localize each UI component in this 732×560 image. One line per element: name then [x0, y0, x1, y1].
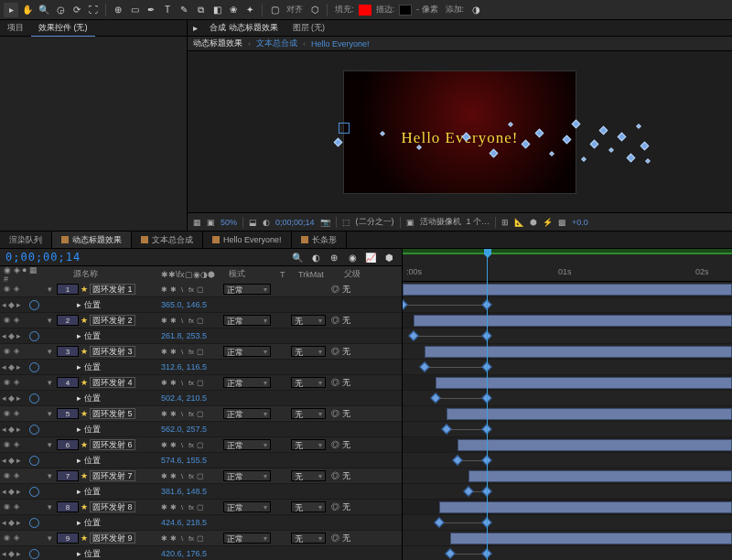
property-value[interactable]: 420.6, 176.5 — [161, 549, 207, 558]
collapse-icon[interactable]: ✱ — [168, 317, 178, 325]
frame-blend-icon[interactable]: ▢ — [196, 285, 205, 294]
panel-menu-icon[interactable]: ▸ — [188, 21, 202, 36]
prev-keyframe-icon[interactable]: ◂ — [2, 549, 6, 558]
video-toggle-icon[interactable]: ◉ — [2, 409, 11, 418]
audio-toggle-icon[interactable]: ◈ — [12, 378, 21, 387]
twirl-icon[interactable]: ▾ — [48, 378, 57, 387]
zoom-dropdown[interactable]: 50% — [221, 218, 237, 227]
audio-toggle-icon[interactable]: ◈ — [12, 285, 21, 294]
shy-icon[interactable]: ✱ — [159, 379, 168, 387]
prev-keyframe-icon[interactable]: ◂ — [2, 300, 6, 309]
video-toggle-icon[interactable]: ◉ — [2, 533, 11, 543]
track-matte-dropdown[interactable]: 无 — [291, 408, 326, 419]
stopwatch-icon[interactable] — [29, 456, 39, 466]
add-keyframe-icon[interactable]: ◆ — [8, 331, 15, 340]
keyframe-row[interactable] — [403, 360, 732, 375]
property-row[interactable]: ◂◆▸ ▸ 位置312.6, 116.5 — [0, 360, 402, 375]
tab-comp-bar[interactable]: 长条形 — [292, 232, 347, 248]
audio-toggle-icon[interactable]: ◈ — [12, 502, 21, 512]
track-matte-dropdown[interactable]: 无 — [291, 315, 326, 326]
layer-bar-row[interactable] — [403, 500, 732, 515]
composition-preview[interactable]: Hello Everyone! — [188, 51, 732, 212]
current-time-indicator[interactable] — [487, 249, 488, 282]
col-trkmat[interactable]: TrkMat — [298, 270, 344, 279]
layer-row[interactable]: ◉◈▾9★圆环发射 9✱✱\fx▢正常无◎ 无 — [0, 531, 402, 546]
video-toggle-icon[interactable]: ◉ — [2, 378, 11, 387]
frame-blend-icon[interactable]: ▢ — [196, 472, 205, 480]
layer-bar-row[interactable] — [403, 344, 732, 360]
layer-bar[interactable] — [450, 533, 732, 544]
camera-tool-icon[interactable]: ⛶ — [86, 3, 101, 17]
audio-toggle-icon[interactable]: ◈ — [12, 347, 21, 356]
ruler-icon[interactable]: 📐 — [514, 218, 524, 227]
add-keyframe-icon[interactable]: ◆ — [8, 425, 15, 434]
current-time-indicator-line[interactable] — [487, 282, 488, 560]
shy-icon[interactable]: ✱ — [159, 441, 168, 449]
quality-icon[interactable]: \ — [178, 317, 187, 325]
frame-blend-icon[interactable]: ▢ — [196, 317, 205, 325]
keyframe-row[interactable] — [403, 515, 732, 531]
puppet-tool-icon[interactable]: ✦ — [242, 3, 257, 17]
collapse-icon[interactable]: ✱ — [168, 534, 178, 543]
audio-toggle-icon[interactable]: ◈ — [12, 440, 21, 449]
layer-bar-row[interactable] — [403, 313, 732, 328]
blend-mode-dropdown[interactable]: 正常 — [223, 284, 271, 295]
text-tool-icon[interactable]: T — [160, 3, 175, 17]
blend-mode-dropdown[interactable]: 正常 — [223, 408, 271, 419]
solo-toggle-icon[interactable] — [22, 378, 31, 387]
property-value[interactable]: 365.0, 146.5 — [161, 300, 207, 309]
fx-icon[interactable]: ⊕ — [327, 250, 341, 264]
fill-color-swatch[interactable] — [359, 5, 371, 16]
add-keyframe-icon[interactable]: ◆ — [8, 518, 15, 527]
quality-icon[interactable]: \ — [178, 285, 187, 294]
lock-toggle-icon[interactable] — [32, 347, 41, 356]
keyframe-icon[interactable] — [452, 455, 462, 465]
layer-name[interactable]: ★圆环发射 2 — [79, 315, 159, 327]
grid-toggle-icon[interactable]: ▦ — [193, 218, 201, 227]
layer-row[interactable]: ◉◈▾1★圆环发射 1✱✱\fx▢正常◎ 无 — [0, 282, 402, 297]
keyframe-row[interactable] — [403, 297, 732, 313]
tab-composition[interactable]: 合成 动态标题效果 — [202, 20, 285, 36]
layer-bar-row[interactable] — [403, 282, 732, 297]
shape-tool-icon[interactable]: ▭ — [127, 3, 142, 17]
add-keyframe-icon[interactable]: ◆ — [8, 300, 15, 309]
property-value[interactable]: 312.6, 116.5 — [161, 362, 207, 372]
parent-dropdown[interactable]: ◎ 无 — [331, 470, 372, 482]
frame-blend-icon[interactable]: ▢ — [196, 410, 205, 418]
blend-mode-dropdown[interactable]: 正常 — [223, 470, 271, 481]
layer-row[interactable]: ◉◈▾7★圆环发射 7✱✱\fx▢正常无◎ 无 — [0, 468, 402, 484]
resolution-dropdown[interactable]: (二分之一) — [356, 216, 394, 228]
graph-icon[interactable]: 📈 — [363, 250, 378, 264]
quality-icon[interactable]: \ — [178, 472, 187, 480]
quality-icon[interactable]: \ — [178, 379, 187, 387]
layer-name[interactable]: ★圆环发射 3 — [79, 346, 159, 358]
solo-toggle-icon[interactable] — [22, 409, 31, 418]
clone-tool-icon[interactable]: ⧉ — [193, 3, 208, 17]
layer-row[interactable]: ◉◈▾5★圆环发射 5✱✱\fx▢正常无◎ 无 — [0, 406, 402, 422]
parent-dropdown[interactable]: ◎ 无 — [331, 501, 372, 513]
twirl-icon[interactable]: ▾ — [48, 316, 57, 325]
keyframe-icon[interactable] — [403, 299, 408, 309]
prev-keyframe-icon[interactable]: ◂ — [2, 393, 6, 403]
prev-keyframe-icon[interactable]: ◂ — [2, 456, 6, 465]
video-toggle-icon[interactable]: ◉ — [2, 471, 11, 480]
quality-icon[interactable]: \ — [178, 534, 187, 543]
layer-name[interactable]: ★圆环发射 8 — [79, 501, 159, 513]
mask-toggle-icon[interactable]: ▣ — [207, 218, 215, 227]
parent-dropdown[interactable]: ◎ 无 — [331, 439, 372, 451]
next-keyframe-icon[interactable]: ▸ — [16, 425, 21, 434]
shy-icon[interactable]: ✱ — [159, 348, 168, 356]
next-keyframe-icon[interactable]: ▸ — [16, 456, 21, 465]
keyframe-row[interactable] — [403, 422, 732, 437]
track-matte-dropdown[interactable]: 无 — [291, 501, 326, 512]
prev-keyframe-icon[interactable]: ◂ — [2, 331, 6, 340]
next-keyframe-icon[interactable]: ▸ — [16, 331, 21, 340]
lock-toggle-icon[interactable] — [32, 533, 41, 543]
blend-mode-dropdown[interactable]: 正常 — [223, 346, 271, 357]
track-matte-dropdown[interactable]: 无 — [291, 470, 326, 481]
property-row[interactable]: ◂◆▸ ▸ 位置562.0, 257.5 — [0, 422, 402, 437]
audio-toggle-icon[interactable]: ◈ — [12, 409, 21, 418]
snap-icon[interactable]: ▢ — [267, 3, 282, 17]
twirl-icon[interactable]: ▾ — [48, 440, 57, 449]
solo-toggle-icon[interactable] — [22, 285, 31, 294]
